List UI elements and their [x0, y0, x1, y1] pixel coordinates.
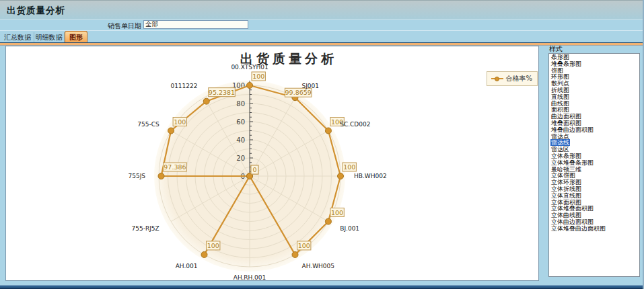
window-title-bar: 出货质量分析 — [0, 0, 644, 19]
svg-text:SJ001: SJ001 — [302, 83, 320, 89]
window-title: 出货质量分析 — [7, 5, 65, 17]
tab-2[interactable]: 明细数据 — [34, 32, 65, 43]
svg-text:100: 100 — [252, 73, 264, 80]
style-option[interactable]: 立体堆叠曲边面积图 — [549, 226, 639, 233]
svg-text:60: 60 — [236, 118, 245, 126]
svg-text:AH.001: AH.001 — [176, 263, 198, 270]
svg-text:AH.RH.001: AH.RH.001 — [234, 274, 266, 281]
style-listbox[interactable]: 条形图堆叠条形图饼图环形图散列点折线图直线图曲线图面积图曲边面积图堆叠面积图堆叠… — [548, 53, 640, 277]
chart-panel: 02040608010010099.8659100100100100010009… — [5, 46, 539, 281]
style-panel-title: 样式 — [549, 44, 563, 54]
svg-text:100: 100 — [174, 118, 186, 126]
date-input[interactable] — [143, 20, 248, 29]
svg-text:20: 20 — [236, 155, 245, 162]
filter-toolbar: 销售单日期 — [0, 19, 644, 30]
svg-text:80: 80 — [236, 100, 245, 108]
radar-svg: 02040608010010099.8659100100100100010009… — [6, 46, 538, 280]
svg-text:0111222: 0111222 — [170, 83, 197, 89]
application-window: 出货质量分析 销售单日期 汇总数据明细数据图形 0204060801001009… — [0, 0, 644, 289]
series-line-icon — [491, 78, 503, 79]
tab-strip: 汇总数据明细数据图形 — [0, 30, 644, 42]
legend: 合格率% — [487, 71, 538, 86]
svg-text:100: 100 — [298, 242, 310, 249]
svg-text:100: 100 — [207, 242, 219, 249]
tab-1[interactable]: 汇总数据 — [1, 32, 34, 43]
svg-text:755JS: 755JS — [128, 173, 145, 179]
svg-text:755-CS: 755-CS — [137, 121, 159, 128]
svg-text:AH.WH005: AH.WH005 — [302, 263, 334, 270]
svg-text:97.386: 97.386 — [164, 163, 186, 171]
svg-text:SC.CD002: SC.CD002 — [340, 121, 370, 128]
svg-text:BJ.001: BJ.001 — [340, 225, 359, 232]
svg-text:0: 0 — [252, 166, 256, 173]
legend-label: 合格率% — [505, 74, 532, 83]
chart-title: 出货质量分析 — [100, 50, 477, 68]
svg-text:755-RJ5Z: 755-RJ5Z — [132, 225, 159, 232]
svg-text:99.8659: 99.8659 — [285, 89, 312, 96]
svg-text:100: 100 — [343, 163, 355, 171]
svg-text:HB.WH002: HB.WH002 — [354, 173, 387, 179]
svg-text:40: 40 — [236, 136, 245, 144]
series-point-icon — [495, 77, 499, 81]
svg-text:100: 100 — [331, 209, 343, 216]
date-field-label: 销售单日期 — [81, 22, 141, 31]
svg-text:95.2381: 95.2381 — [209, 89, 235, 96]
